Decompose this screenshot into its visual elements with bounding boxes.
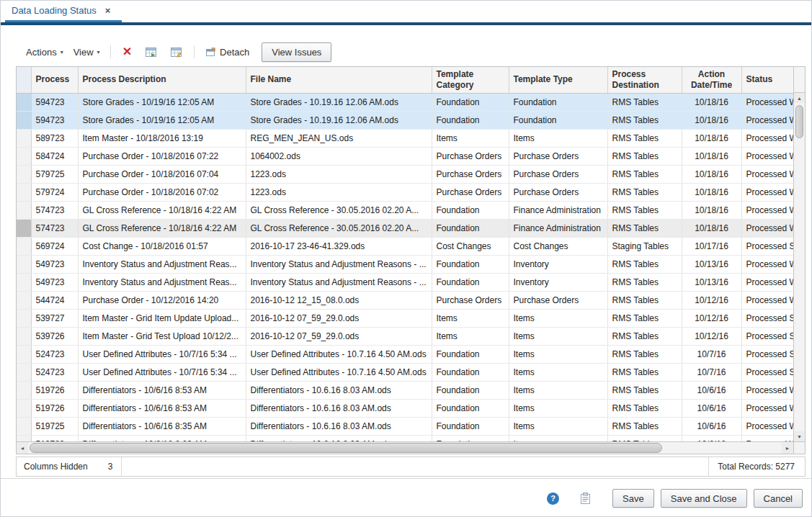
cell-process-destination[interactable]: RMS Tables (607, 201, 682, 219)
table-row[interactable]: 594723 Store Grades - 10/19/16 12:05 AM … (17, 93, 793, 111)
table-row[interactable]: 549723 Inventory Status and Adjustment R… (17, 273, 793, 291)
vertical-scroll-thumb[interactable] (795, 105, 803, 138)
cell-process-destination[interactable]: RMS Tables (607, 93, 682, 111)
cell-process-description[interactable]: Purchase Order - 10/18/2016 07:04 (78, 165, 246, 183)
cell-template-type[interactable]: Items (509, 309, 607, 327)
cell-file-name[interactable]: 2016-10-17 23-46-41.329.ods (246, 237, 432, 255)
cell-process[interactable]: 579724 (31, 183, 78, 201)
cell-template-type[interactable]: Purchase Orders (509, 165, 607, 183)
cell-template-type[interactable]: Cost Changes (509, 237, 607, 255)
cell-action-date-time[interactable]: 10/18/16 (682, 165, 741, 183)
cell-action-date-time[interactable]: 10/7/16 (682, 363, 741, 381)
table-row[interactable]: 569724 Cost Change - 10/18/2016 01:57 20… (17, 237, 793, 255)
cell-process[interactable]: 549723 (31, 255, 78, 273)
cell-file-name[interactable]: Differentiators - 10.6.16 8.03 AM.ods (246, 399, 432, 417)
cell-status[interactable]: Processed W (741, 183, 793, 201)
table-row[interactable]: 579724 Purchase Order - 10/18/2016 07:02… (17, 183, 793, 201)
cell-file-name[interactable]: 1223.ods (246, 165, 432, 183)
cell-template-category[interactable]: Purchase Orders (432, 147, 509, 165)
save-button[interactable]: Save (612, 489, 654, 508)
edit-grid-button[interactable] (164, 43, 189, 61)
horizontal-scroll-track[interactable]: ◄ ► (17, 442, 793, 454)
cell-status[interactable]: Processed W (741, 93, 793, 111)
cell-process[interactable]: 574723 (31, 201, 78, 219)
cell-file-name[interactable]: Store Grades - 10.19.16 12.06 AM.ods (246, 93, 432, 111)
cell-file-name[interactable]: 1223.ods (246, 183, 432, 201)
row-selector[interactable] (17, 345, 31, 363)
cell-process-destination[interactable]: RMS Tables (607, 363, 682, 381)
cell-action-date-time[interactable]: 10/18/16 (682, 183, 741, 201)
cell-action-date-time[interactable]: 10/18/16 (682, 111, 741, 129)
row-selector[interactable] (17, 201, 31, 219)
cell-template-type[interactable]: Foundation (509, 93, 607, 111)
row-selector[interactable] (17, 129, 31, 147)
cell-template-category[interactable]: Foundation (432, 435, 509, 441)
column-header-file-name[interactable]: File Name (246, 67, 432, 93)
cell-file-name[interactable]: Store Grades - 10.19.16 12.06 AM.ods (246, 111, 432, 129)
row-selector[interactable] (17, 111, 31, 129)
table-row[interactable]: 574723 GL Cross Reference - 10/18/16 4:2… (17, 201, 793, 219)
row-selector[interactable] (17, 219, 31, 237)
cell-template-type[interactable]: Purchase Orders (509, 291, 607, 309)
table-row[interactable]: 584724 Purchase Order - 10/18/2016 07:22… (17, 147, 793, 165)
cell-status[interactable]: Processed S (741, 237, 793, 255)
cell-process-description[interactable]: Inventory Status and Adjustment Reas... (78, 273, 246, 291)
cell-process-destination[interactable]: RMS Tables (607, 327, 682, 345)
cell-template-type[interactable]: Items (509, 381, 607, 399)
cell-status[interactable]: Processed W (741, 219, 793, 237)
cell-process-description[interactable]: Store Grades - 10/19/16 12:05 AM (78, 93, 246, 111)
cell-file-name[interactable]: 2016-10-12 12_15_08.0.ods (246, 291, 432, 309)
cell-template-category[interactable]: Items (432, 327, 509, 345)
cell-process[interactable]: 524723 (31, 345, 78, 363)
column-header-action-date-time[interactable]: Action Date/Time (682, 67, 741, 93)
row-selector[interactable] (17, 255, 31, 273)
column-header-status[interactable]: Status (741, 67, 793, 93)
cell-process[interactable]: 549723 (31, 273, 78, 291)
row-selector[interactable] (17, 165, 31, 183)
cell-action-date-time[interactable]: 10/6/16 (682, 435, 741, 441)
cell-status[interactable]: Processed W (741, 435, 793, 441)
cell-process-destination[interactable]: RMS Tables (607, 255, 682, 273)
row-selector[interactable] (17, 147, 31, 165)
cell-template-category[interactable]: Foundation (432, 363, 509, 381)
column-header-process-destination[interactable]: Process Destination (607, 67, 682, 93)
cell-process-description[interactable]: Item Master - 10/18/2016 13:19 (78, 129, 246, 147)
cell-process-destination[interactable]: RMS Tables (607, 129, 682, 147)
cell-template-type[interactable]: Items (509, 327, 607, 345)
cell-file-name[interactable]: Differentiators - 10.6.16 6.03 AM.ods (246, 435, 432, 441)
cell-action-date-time[interactable]: 10/17/16 (682, 237, 741, 255)
cell-template-category[interactable]: Items (432, 129, 509, 147)
cell-file-name[interactable]: User Defined Attributes - 10.7.16 4.50 A… (246, 345, 432, 363)
cell-action-date-time[interactable]: 10/18/16 (682, 201, 741, 219)
cell-status[interactable]: Processed W (741, 291, 793, 309)
cell-template-type[interactable]: Foundation (509, 111, 607, 129)
row-selector[interactable] (17, 93, 31, 111)
row-selector[interactable] (17, 435, 31, 441)
cell-template-category[interactable]: Cost Changes (432, 237, 509, 255)
cell-status[interactable]: Processed S (741, 363, 793, 381)
cell-template-type[interactable]: Purchase Orders (509, 183, 607, 201)
cell-status[interactable]: Processed S (741, 327, 793, 345)
cell-process-destination[interactable]: RMS Tables (607, 417, 682, 435)
cell-file-name[interactable]: User Defined Attributes - 10.7.16 4.50 A… (246, 363, 432, 381)
cell-template-type[interactable]: Inventory (509, 273, 607, 291)
save-and-close-button[interactable]: Save and Close (661, 489, 747, 508)
cell-template-category[interactable]: Foundation (432, 273, 509, 291)
cell-template-category[interactable]: Foundation (432, 417, 509, 435)
help-icon[interactable]: ? (547, 493, 559, 505)
cell-process-description[interactable]: Purchase Order - 10/12/2016 14:20 (78, 291, 246, 309)
view-menu-button[interactable]: View ▾ (68, 44, 105, 60)
cell-process[interactable]: 539726 (31, 327, 78, 345)
cell-template-type[interactable]: Items (509, 417, 607, 435)
cell-process[interactable]: 519723 (31, 435, 78, 441)
table-row[interactable]: 519723 Differentiators - 10/6/16 6:03 AM… (17, 435, 793, 441)
cell-template-type[interactable]: Items (509, 435, 607, 441)
cell-status[interactable]: Processed W (741, 381, 793, 399)
column-header-process[interactable]: Process (31, 67, 78, 93)
view-issues-button[interactable]: View Issues (262, 42, 331, 62)
cell-action-date-time[interactable]: 10/18/16 (682, 129, 741, 147)
cell-process-description[interactable]: GL Cross Reference - 10/18/16 4:22 AM (78, 219, 246, 237)
cell-file-name[interactable]: 2016-10-12 07_59_29.0.ods (246, 309, 432, 327)
cell-process-destination[interactable]: RMS Tables (607, 219, 682, 237)
row-selector[interactable] (17, 237, 31, 255)
